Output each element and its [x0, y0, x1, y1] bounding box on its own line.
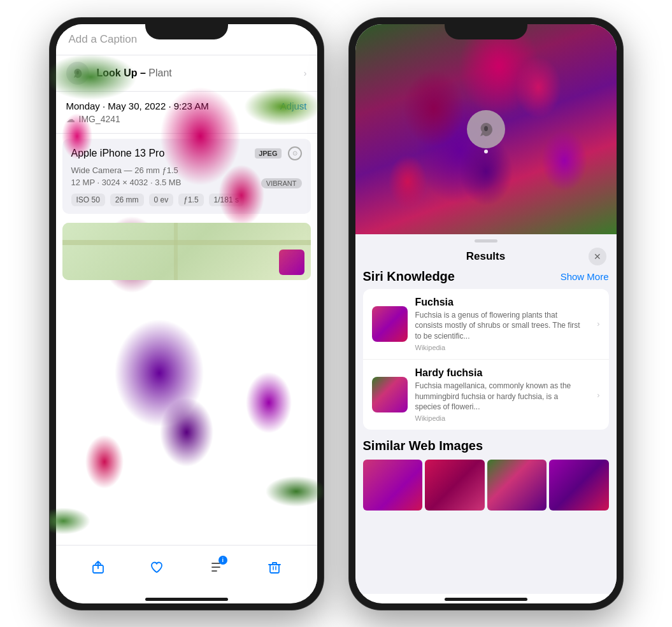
- hardy-fuchsia-description: Fuchsia magellanica, commonly known as t…: [415, 381, 585, 412]
- right-phone: Results ✕ Siri Knowledge Show More: [349, 18, 623, 610]
- map-thumbnail[interactable]: [62, 223, 311, 280]
- info-button[interactable]: i: [202, 553, 230, 581]
- sheet-handle: [475, 239, 497, 243]
- visual-search-dot: [484, 150, 488, 153]
- svg-rect-2: [270, 565, 279, 573]
- knowledge-item-hardy-fuchsia[interactable]: Hardy fuchsia Fuchsia magellanica, commo…: [363, 360, 609, 430]
- siri-knowledge-header: Siri Knowledge Show More: [363, 269, 609, 284]
- hardy-fuchsia-info: Hardy fuchsia Fuchsia magellanica, commo…: [415, 367, 585, 422]
- results-sheet: Results ✕ Siri Knowledge Show More: [355, 234, 617, 594]
- home-indicator-right: [445, 598, 527, 601]
- fuchsia-name: Fuchsia: [415, 297, 585, 308]
- similar-image-1[interactable]: [363, 460, 423, 511]
- similar-image-3[interactable]: [487, 460, 547, 511]
- results-title: Results: [466, 250, 505, 263]
- siri-knowledge-title: Siri Knowledge: [363, 269, 455, 284]
- show-more-button[interactable]: Show More: [561, 271, 609, 282]
- svg-point-3: [484, 126, 488, 131]
- delete-button[interactable]: [261, 553, 289, 581]
- hardy-fuchsia-thumbnail: [372, 377, 408, 412]
- similar-images-grid[interactable]: [363, 460, 609, 511]
- info-badge: i: [218, 556, 227, 565]
- fuchsia-thumbnail: [372, 306, 408, 342]
- left-phone: Add a Caption Look Up – Plant › Mon: [50, 18, 324, 610]
- photo-display-right[interactable]: [355, 24, 617, 234]
- share-button[interactable]: [84, 553, 112, 581]
- results-header: Results ✕: [355, 248, 617, 269]
- fuchsia-info: Fuchsia Fuchsia is a genus of flowering …: [415, 297, 585, 351]
- similar-images-title: Similar Web Images: [363, 439, 609, 453]
- visual-search-button[interactable]: [467, 110, 505, 148]
- close-button[interactable]: ✕: [589, 248, 606, 265]
- similar-image-2[interactable]: [425, 460, 485, 511]
- fuchsia-chevron: ›: [597, 319, 599, 328]
- similar-images-section: Similar Web Images: [363, 439, 609, 511]
- fuchsia-description: Fuchsia is a genus of flowering plants t…: [415, 310, 585, 342]
- hardy-fuchsia-chevron: ›: [597, 390, 599, 400]
- knowledge-card: Fuchsia Fuchsia is a genus of flowering …: [363, 289, 609, 430]
- hardy-fuchsia-name: Hardy fuchsia: [415, 367, 585, 379]
- knowledge-item-fuchsia[interactable]: Fuchsia Fuchsia is a genus of flowering …: [363, 289, 609, 360]
- similar-image-4[interactable]: [549, 460, 609, 511]
- fuchsia-source: Wikipedia: [415, 344, 585, 351]
- hardy-fuchsia-source: Wikipedia: [415, 414, 585, 422]
- favorite-button[interactable]: [143, 553, 171, 581]
- results-content[interactable]: Siri Knowledge Show More Fuchsia Fuchsia…: [355, 269, 617, 594]
